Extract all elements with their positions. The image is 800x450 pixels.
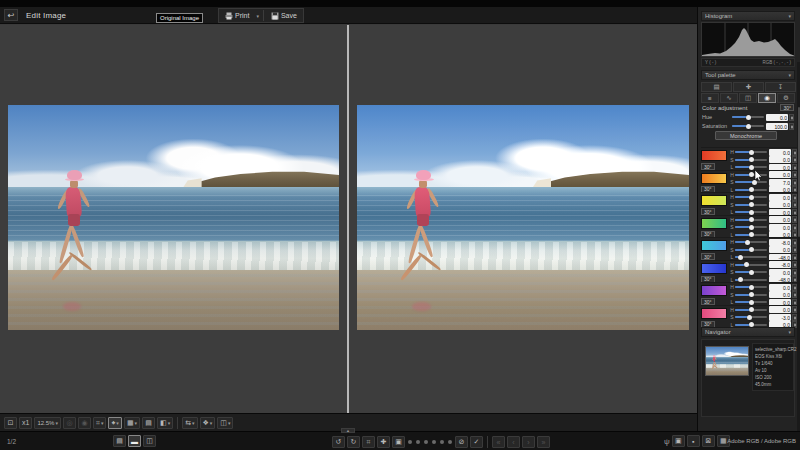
rating-dot[interactable] bbox=[424, 440, 428, 444]
dropdown-caret-icon[interactable]: ▾ bbox=[192, 420, 195, 426]
navigator-panel-header[interactable]: Navigator ▾ bbox=[701, 327, 795, 337]
step-down-icon[interactable] bbox=[794, 160, 796, 162]
aqua-s-value[interactable]: 0.0 bbox=[769, 246, 791, 253]
slider-thumb[interactable] bbox=[749, 157, 754, 162]
reject-button[interactable]: ⊘ bbox=[455, 436, 468, 448]
saturation-slider[interactable] bbox=[732, 122, 764, 130]
check-mark-button[interactable]: ✓ bbox=[470, 436, 483, 448]
tab-stamp[interactable]: ✚ bbox=[733, 82, 764, 92]
dropdown-caret-icon[interactable]: ▾ bbox=[101, 420, 104, 426]
step-down-icon[interactable] bbox=[794, 198, 796, 200]
preview-effect-button[interactable]: ❖▾ bbox=[200, 417, 216, 429]
dropdown-caret-icon[interactable]: ▾ bbox=[210, 420, 213, 426]
slider-thumb[interactable] bbox=[749, 247, 754, 252]
slider-thumb[interactable] bbox=[746, 115, 751, 120]
step-down-icon[interactable] bbox=[794, 175, 796, 177]
save-button[interactable]: Save bbox=[268, 11, 300, 21]
tab-tone[interactable]: ∿ bbox=[720, 93, 738, 103]
monochrome-button[interactable]: Monochrome bbox=[715, 131, 777, 140]
blue-s-value[interactable]: 0.0 bbox=[769, 269, 791, 276]
step-down-icon[interactable] bbox=[794, 220, 796, 222]
step-down-icon[interactable] bbox=[794, 243, 796, 245]
tab-color[interactable]: ◉ bbox=[758, 93, 776, 103]
hue-stepper[interactable] bbox=[789, 114, 794, 121]
hue-range-button[interactable]: 30° bbox=[780, 104, 794, 111]
rotate-right-button[interactable]: ↻ bbox=[347, 436, 360, 448]
slider-thumb[interactable] bbox=[749, 195, 754, 200]
rating-dot[interactable] bbox=[448, 440, 452, 444]
tab-settings[interactable]: ⚙ bbox=[777, 93, 795, 103]
rating-dot[interactable] bbox=[408, 440, 412, 444]
print-button[interactable]: Print bbox=[222, 11, 252, 21]
slider-thumb[interactable] bbox=[746, 124, 751, 129]
step-down-icon[interactable] bbox=[794, 265, 796, 267]
edited-image-pane[interactable] bbox=[357, 105, 689, 330]
step-down-icon[interactable] bbox=[794, 205, 796, 207]
original-image-pane[interactable] bbox=[8, 105, 339, 330]
step-down-icon[interactable] bbox=[794, 295, 796, 297]
yellow-h-value[interactable]: 0.0 bbox=[769, 194, 791, 201]
collapse-icon[interactable]: ▾ bbox=[788, 13, 791, 19]
saturation-value[interactable]: 100.0 bbox=[766, 123, 788, 130]
step-down-icon[interactable] bbox=[794, 250, 796, 252]
orange-h-value[interactable]: 0.0 bbox=[769, 171, 791, 178]
magenta-h-value[interactable]: 0.0 bbox=[769, 306, 791, 313]
red-s-value[interactable]: 0.0 bbox=[769, 156, 791, 163]
magenta-s-value[interactable]: -3.0 bbox=[769, 314, 791, 321]
tab-gradation[interactable]: ▤ bbox=[701, 82, 732, 92]
collapse-icon[interactable]: ▾ bbox=[788, 329, 791, 335]
dropdown-caret-icon[interactable]: ▾ bbox=[168, 420, 171, 426]
green-h-value[interactable]: 0.0 bbox=[769, 216, 791, 223]
grid-button[interactable]: ▦▾ bbox=[124, 417, 140, 429]
pane-divider[interactable] bbox=[347, 25, 349, 413]
navigator-thumbnail[interactable] bbox=[705, 346, 749, 376]
send-to-photoshop-button[interactable]: ▣ bbox=[672, 435, 685, 447]
compare-button[interactable]: ◧▾ bbox=[157, 417, 173, 429]
slider-thumb[interactable] bbox=[749, 270, 754, 275]
dropdown-caret-icon[interactable]: ▾ bbox=[116, 420, 119, 426]
slider-thumb[interactable] bbox=[745, 240, 750, 245]
purple-s-value[interactable]: 0.0 bbox=[769, 291, 791, 298]
before-after-button[interactable]: ⇆▾ bbox=[182, 417, 197, 429]
step-down-icon[interactable] bbox=[794, 288, 796, 290]
crop-tool-button[interactable]: ⌗▾ bbox=[93, 417, 106, 429]
orange-s-value[interactable]: 7.0 bbox=[769, 179, 791, 186]
slider-thumb[interactable] bbox=[749, 307, 754, 312]
back-button[interactable]: ↩ bbox=[4, 9, 18, 21]
gamut-warning-button[interactable]: ▣ bbox=[392, 436, 405, 448]
secondary-display-button[interactable]: ▪ bbox=[687, 435, 700, 447]
green-s-value[interactable]: 0.0 bbox=[769, 224, 791, 231]
slider-thumb[interactable] bbox=[744, 262, 749, 267]
slider-thumb[interactable] bbox=[749, 172, 754, 177]
print-dropdown-icon[interactable]: ▾ bbox=[256, 13, 259, 19]
step-down-icon[interactable] bbox=[794, 153, 796, 155]
hue-value[interactable]: 0.0 bbox=[766, 114, 788, 121]
zoom-level-select[interactable]: 12.5%▾ bbox=[34, 417, 61, 429]
yellow-s-value[interactable]: 0.0 bbox=[769, 201, 791, 208]
hue-slider[interactable] bbox=[732, 113, 764, 121]
tab-detail[interactable]: ◫ bbox=[739, 93, 757, 103]
rotate-left-button[interactable]: ↺ bbox=[332, 436, 345, 448]
crop-shortcut-button[interactable]: ⌗ bbox=[362, 436, 375, 448]
step-down-icon[interactable] bbox=[794, 310, 796, 312]
scrollbar-thumb[interactable] bbox=[798, 107, 800, 237]
slider-thumb[interactable] bbox=[749, 285, 754, 290]
histogram-panel-header[interactable]: Histogram ▾ bbox=[701, 11, 795, 21]
thumbnail-view-button[interactable]: ▤ bbox=[113, 435, 126, 447]
rating-dot[interactable] bbox=[416, 440, 420, 444]
white-balance-picker-button[interactable]: ⌖▾ bbox=[108, 417, 121, 429]
slider-thumb[interactable] bbox=[749, 217, 754, 222]
collapse-icon[interactable]: ▾ bbox=[788, 72, 791, 78]
split-view-button[interactable]: ◫▾ bbox=[217, 417, 233, 429]
purple-h-value[interactable]: 0.0 bbox=[769, 284, 791, 291]
fit-to-window-button[interactable]: ⊡ bbox=[4, 417, 17, 429]
close-preview-button[interactable]: ⊠ bbox=[702, 435, 715, 447]
multi-view-button[interactable]: ◫ bbox=[143, 435, 156, 447]
dropdown-caret-icon[interactable]: ▾ bbox=[228, 420, 231, 426]
preview-view-button[interactable]: ▬ bbox=[128, 435, 141, 447]
tab-basic[interactable]: ≡ bbox=[701, 93, 719, 103]
actual-size-button[interactable]: x1 bbox=[19, 417, 32, 429]
stamp-shortcut-button[interactable]: ✚ bbox=[377, 436, 390, 448]
slider-thumb[interactable] bbox=[749, 225, 754, 230]
slider-thumb[interactable] bbox=[749, 202, 754, 207]
